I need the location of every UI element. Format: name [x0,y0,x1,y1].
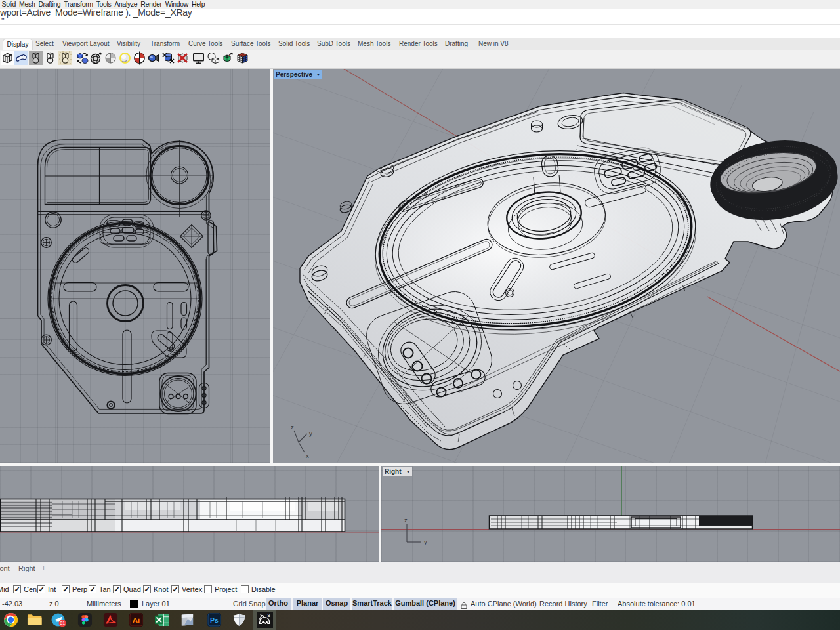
svg-text:81: 81 [60,621,65,626]
svg-text:z: z [404,516,408,524]
svg-text:x: x [306,452,309,459]
svg-text:Ai: Ai [133,616,140,624]
svg-text:8: 8 [268,612,270,618]
svg-text:z: z [291,423,294,430]
svg-text:y: y [424,538,427,545]
svg-text:Ps: Ps [210,616,219,624]
svg-text:y: y [309,430,312,437]
